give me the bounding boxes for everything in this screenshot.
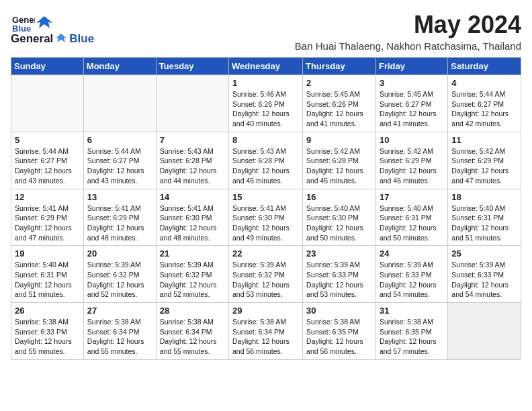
calendar-cell: 5Sunrise: 5:44 AM Sunset: 6:27 PM Daylig… bbox=[11, 132, 84, 189]
day-number: 21 bbox=[160, 248, 225, 259]
calendar-cell: 1Sunrise: 5:46 AM Sunset: 6:26 PM Daylig… bbox=[229, 75, 303, 132]
day-info: Sunrise: 5:39 AM Sunset: 6:32 PM Dayligh… bbox=[232, 260, 299, 300]
day-info: Sunrise: 5:40 AM Sunset: 6:31 PM Dayligh… bbox=[451, 203, 517, 243]
day-info: Sunrise: 5:38 AM Sunset: 6:34 PM Dayligh… bbox=[87, 317, 152, 357]
calendar-cell: 6Sunrise: 5:44 AM Sunset: 6:27 PM Daylig… bbox=[83, 132, 156, 189]
calendar-cell: 29Sunrise: 5:38 AM Sunset: 6:34 PM Dayli… bbox=[229, 303, 303, 360]
week-row-3: 12Sunrise: 5:41 AM Sunset: 6:29 PM Dayli… bbox=[11, 189, 521, 246]
day-info: Sunrise: 5:39 AM Sunset: 6:33 PM Dayligh… bbox=[306, 260, 372, 300]
calendar-cell: 21Sunrise: 5:39 AM Sunset: 6:32 PM Dayli… bbox=[156, 246, 228, 303]
day-info: Sunrise: 5:40 AM Sunset: 6:30 PM Dayligh… bbox=[306, 203, 372, 243]
calendar-cell: 19Sunrise: 5:40 AM Sunset: 6:31 PM Dayli… bbox=[11, 246, 84, 303]
day-number: 14 bbox=[160, 192, 225, 202]
calendar-cell bbox=[83, 75, 156, 132]
weekday-header-row: SundayMondayTuesdayWednesdayThursdayFrid… bbox=[11, 58, 521, 75]
calendar-cell: 15Sunrise: 5:41 AM Sunset: 6:30 PM Dayli… bbox=[229, 189, 303, 246]
logo-icon: General Blue bbox=[11, 11, 35, 35]
day-number: 28 bbox=[160, 306, 225, 316]
calendar-cell: 23Sunrise: 5:39 AM Sunset: 6:33 PM Dayli… bbox=[303, 246, 376, 303]
day-number: 4 bbox=[451, 78, 517, 88]
day-number: 19 bbox=[15, 248, 80, 259]
day-number: 5 bbox=[15, 135, 80, 145]
week-row-2: 5Sunrise: 5:44 AM Sunset: 6:27 PM Daylig… bbox=[11, 132, 521, 189]
day-number: 31 bbox=[380, 306, 444, 316]
calendar-cell: 12Sunrise: 5:41 AM Sunset: 6:29 PM Dayli… bbox=[11, 189, 84, 246]
calendar-cell: 26Sunrise: 5:38 AM Sunset: 6:33 PM Dayli… bbox=[11, 303, 84, 360]
day-info: Sunrise: 5:41 AM Sunset: 6:30 PM Dayligh… bbox=[232, 203, 299, 243]
calendar-cell: 17Sunrise: 5:40 AM Sunset: 6:31 PM Dayli… bbox=[375, 189, 447, 246]
day-info: Sunrise: 5:42 AM Sunset: 6:29 PM Dayligh… bbox=[380, 146, 444, 186]
calendar-cell: 8Sunrise: 5:43 AM Sunset: 6:28 PM Daylig… bbox=[229, 132, 303, 189]
day-number: 2 bbox=[306, 78, 372, 88]
day-number: 9 bbox=[306, 135, 372, 145]
day-number: 30 bbox=[306, 306, 372, 316]
day-number: 20 bbox=[87, 248, 152, 259]
calendar-table: SundayMondayTuesdayWednesdayThursdayFrid… bbox=[11, 57, 521, 360]
weekday-header-tuesday: Tuesday bbox=[156, 58, 228, 75]
day-number: 12 bbox=[15, 192, 80, 202]
day-info: Sunrise: 5:45 AM Sunset: 6:26 PM Dayligh… bbox=[306, 89, 372, 129]
day-number: 3 bbox=[380, 78, 444, 88]
day-info: Sunrise: 5:41 AM Sunset: 6:29 PM Dayligh… bbox=[87, 203, 152, 243]
weekday-header-friday: Friday bbox=[375, 58, 447, 75]
day-number: 13 bbox=[87, 192, 152, 202]
calendar-cell: 9Sunrise: 5:42 AM Sunset: 6:28 PM Daylig… bbox=[303, 132, 376, 189]
day-info: Sunrise: 5:39 AM Sunset: 6:32 PM Dayligh… bbox=[160, 260, 225, 300]
day-number: 16 bbox=[306, 192, 372, 202]
title-section: May 2024 Ban Huai Thalaeng, Nakhon Ratch… bbox=[295, 11, 521, 52]
calendar-cell: 30Sunrise: 5:38 AM Sunset: 6:35 PM Dayli… bbox=[303, 303, 376, 360]
bird-icon bbox=[35, 13, 54, 32]
page: General Blue General Blue May 2024 Ban H… bbox=[0, 0, 532, 371]
calendar-cell: 25Sunrise: 5:39 AM Sunset: 6:33 PM Dayli… bbox=[448, 246, 521, 303]
day-number: 15 bbox=[232, 192, 299, 202]
calendar-cell: 13Sunrise: 5:41 AM Sunset: 6:29 PM Dayli… bbox=[83, 189, 156, 246]
week-row-5: 26Sunrise: 5:38 AM Sunset: 6:33 PM Dayli… bbox=[11, 303, 521, 360]
day-number: 8 bbox=[232, 135, 299, 145]
day-info: Sunrise: 5:38 AM Sunset: 6:35 PM Dayligh… bbox=[380, 317, 444, 357]
svg-marker-3 bbox=[56, 34, 66, 42]
day-info: Sunrise: 5:43 AM Sunset: 6:28 PM Dayligh… bbox=[160, 146, 225, 186]
calendar-cell: 11Sunrise: 5:42 AM Sunset: 6:29 PM Dayli… bbox=[448, 132, 521, 189]
logo-general: General bbox=[11, 32, 53, 46]
svg-marker-2 bbox=[36, 16, 52, 28]
day-number: 22 bbox=[232, 248, 299, 259]
day-info: Sunrise: 5:38 AM Sunset: 6:34 PM Dayligh… bbox=[160, 317, 225, 357]
day-info: Sunrise: 5:38 AM Sunset: 6:35 PM Dayligh… bbox=[306, 317, 372, 357]
logo-bird-small bbox=[54, 32, 68, 46]
weekday-header-sunday: Sunday bbox=[11, 58, 84, 75]
header: General Blue General Blue May 2024 Ban H… bbox=[11, 11, 521, 52]
calendar-cell: 20Sunrise: 5:39 AM Sunset: 6:32 PM Dayli… bbox=[83, 246, 156, 303]
day-number: 25 bbox=[451, 248, 517, 259]
calendar-cell: 3Sunrise: 5:45 AM Sunset: 6:27 PM Daylig… bbox=[375, 75, 447, 132]
day-info: Sunrise: 5:39 AM Sunset: 6:32 PM Dayligh… bbox=[87, 260, 152, 300]
day-info: Sunrise: 5:42 AM Sunset: 6:28 PM Dayligh… bbox=[306, 146, 372, 186]
calendar-cell: 2Sunrise: 5:45 AM Sunset: 6:26 PM Daylig… bbox=[303, 75, 376, 132]
weekday-header-wednesday: Wednesday bbox=[229, 58, 303, 75]
logo-wrap: General Blue bbox=[11, 11, 54, 35]
day-info: Sunrise: 5:41 AM Sunset: 6:29 PM Dayligh… bbox=[15, 203, 80, 243]
day-info: Sunrise: 5:44 AM Sunset: 6:27 PM Dayligh… bbox=[15, 146, 80, 186]
day-info: Sunrise: 5:41 AM Sunset: 6:30 PM Dayligh… bbox=[160, 203, 225, 243]
day-number: 24 bbox=[380, 248, 444, 259]
day-number: 10 bbox=[380, 135, 444, 145]
weekday-header-saturday: Saturday bbox=[448, 58, 521, 75]
weekday-header-thursday: Thursday bbox=[303, 58, 376, 75]
day-number: 17 bbox=[380, 192, 444, 202]
calendar-cell: 28Sunrise: 5:38 AM Sunset: 6:34 PM Dayli… bbox=[156, 303, 228, 360]
day-info: Sunrise: 5:44 AM Sunset: 6:27 PM Dayligh… bbox=[451, 89, 517, 129]
day-number: 11 bbox=[451, 135, 517, 145]
day-number: 6 bbox=[87, 135, 152, 145]
calendar-cell: 27Sunrise: 5:38 AM Sunset: 6:34 PM Dayli… bbox=[83, 303, 156, 360]
day-info: Sunrise: 5:39 AM Sunset: 6:33 PM Dayligh… bbox=[451, 260, 517, 300]
day-number: 27 bbox=[87, 306, 152, 316]
day-number: 7 bbox=[160, 135, 225, 145]
week-row-1: 1Sunrise: 5:46 AM Sunset: 6:26 PM Daylig… bbox=[11, 75, 521, 132]
day-number: 18 bbox=[451, 192, 517, 202]
calendar-cell: 4Sunrise: 5:44 AM Sunset: 6:27 PM Daylig… bbox=[448, 75, 521, 132]
location: Ban Huai Thalaeng, Nakhon Ratchasima, Th… bbox=[295, 40, 521, 52]
calendar-cell bbox=[11, 75, 84, 132]
day-info: Sunrise: 5:46 AM Sunset: 6:26 PM Dayligh… bbox=[232, 89, 299, 129]
day-info: Sunrise: 5:40 AM Sunset: 6:31 PM Dayligh… bbox=[15, 260, 80, 300]
logo: General Blue General Blue bbox=[11, 11, 94, 46]
calendar-cell: 31Sunrise: 5:38 AM Sunset: 6:35 PM Dayli… bbox=[375, 303, 447, 360]
